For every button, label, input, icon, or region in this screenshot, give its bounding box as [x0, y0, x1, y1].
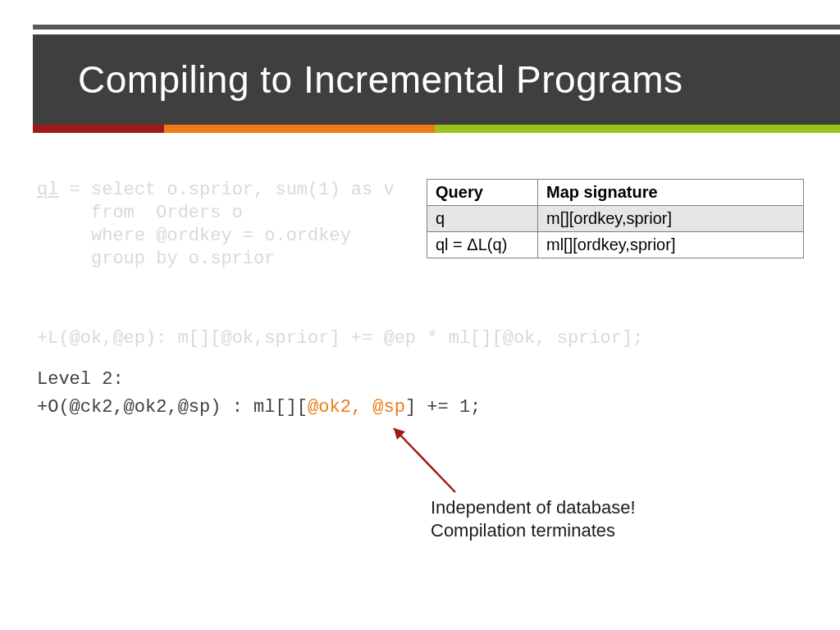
svg-line-0 — [394, 428, 455, 492]
l2-prefix: +O(@ck2,@ok2,@sp) : ml[][ — [37, 397, 308, 418]
title-bar: Compiling to Incremental Programs — [33, 34, 840, 125]
l2-arg-ok2: @ok2 — [308, 397, 351, 418]
slide-header: Compiling to Incremental Programs — [33, 25, 840, 148]
query-definition-code: ql = select o.sprior, sum(1) as v from O… — [37, 179, 395, 271]
map-signature-table: Query Map signature q m[][ordkey,sprior]… — [427, 179, 804, 258]
thin-decorative-bar — [33, 25, 840, 30]
l2-comma: , — [351, 397, 372, 418]
annotation-line-2: Compilation terminates — [431, 519, 636, 542]
annotation-line-1: Independent of database! — [431, 496, 636, 519]
delta-rule-line: +L(@ok,@ep): m[][@ok,sprior] += @ep * ml… — [37, 328, 643, 349]
ql-body: = select o.sprior, sum(1) as v from Orde… — [37, 180, 395, 269]
header-map-signature: Map signature — [538, 180, 804, 206]
annotation-text: Independent of database! Compilation ter… — [431, 496, 636, 542]
l2-arg-sp: @sp — [372, 397, 405, 418]
cell-query-q: q — [427, 206, 538, 232]
accent-bar — [33, 125, 840, 133]
level2-label: Level 2: — [37, 369, 124, 390]
cell-query-ql: ql = ΔL(q) — [427, 232, 538, 258]
cell-sig-ql: ml[][ordkey,sprior] — [538, 232, 804, 258]
table-header-row: Query Map signature — [427, 180, 804, 206]
ql-label: ql — [37, 180, 58, 200]
accent-red — [33, 125, 164, 133]
table-row: ql = ΔL(q) ml[][ordkey,sprior] — [427, 232, 804, 258]
accent-orange — [164, 125, 435, 133]
cell-sig-q: m[][ordkey,sprior] — [538, 206, 804, 232]
l2-suffix: ] += 1; — [405, 397, 481, 418]
arrow-icon — [377, 418, 476, 500]
slide-title: Compiling to Incremental Programs — [78, 57, 682, 102]
table-row: q m[][ordkey,sprior] — [427, 206, 804, 232]
accent-green — [435, 125, 840, 133]
level2-rule: +O(@ck2,@ok2,@sp) : ml[][@ok2, @sp] += 1… — [37, 397, 481, 418]
header-query: Query — [427, 180, 538, 206]
